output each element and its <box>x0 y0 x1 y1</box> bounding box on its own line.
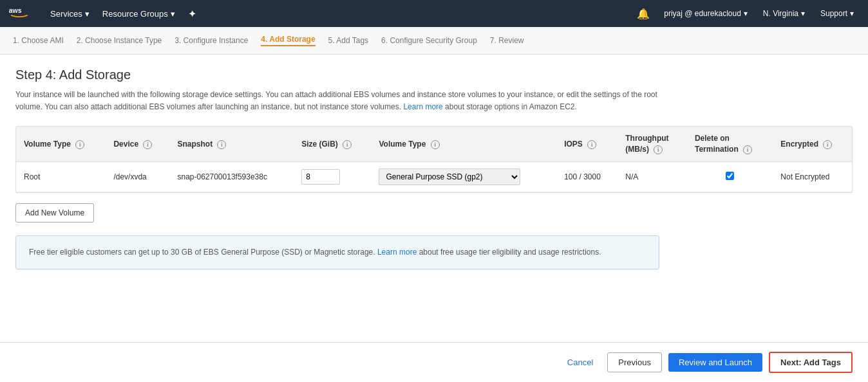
col-header-snapshot: Snapshot i <box>169 127 294 161</box>
step-3-configure-instance[interactable]: 3. Configure Instance <box>175 36 248 45</box>
col-header-volume-type: Volume Type i <box>16 127 106 161</box>
region-chevron-icon: ▾ <box>801 9 805 18</box>
size-info-icon[interactable]: i <box>343 140 352 149</box>
info-box-text-after: about free usage tier eligibility and us… <box>417 248 601 257</box>
svg-text:aws: aws <box>9 7 22 14</box>
services-chevron-icon: ▾ <box>85 9 90 19</box>
step-5-add-tags[interactable]: 5. Add Tags <box>328 36 369 45</box>
cell-device: /dev/xvda <box>106 161 169 192</box>
learn-more-storage-link[interactable]: Learn more <box>403 102 442 111</box>
device-info-icon[interactable]: i <box>143 140 152 149</box>
snapshot-info-icon[interactable]: i <box>217 140 226 149</box>
iops-info-icon[interactable]: i <box>587 140 596 149</box>
info-box: Free tier eligible customers can get up … <box>15 235 659 269</box>
add-new-volume-button[interactable]: Add New Volume <box>15 203 94 223</box>
user-chevron-icon: ▾ <box>744 9 748 18</box>
services-menu[interactable]: Services ▾ <box>44 9 96 19</box>
cell-vol-type-select[interactable]: General Purpose SSD (gp2) Provisioned IO… <box>371 161 556 192</box>
col-header-size: Size (GiB) i <box>294 127 371 161</box>
delete-on-termination-checkbox[interactable] <box>726 172 734 180</box>
notification-bell-icon[interactable]: 🔔 <box>637 8 650 20</box>
top-navbar: aws Services ▾ Resource Groups ▾ ✦ 🔔 pri… <box>0 0 868 27</box>
services-label: Services <box>50 9 82 19</box>
user-menu[interactable]: priyaj @ edurekacloud ▾ <box>657 9 754 18</box>
col-header-throughput: Throughput(MB/s) i <box>618 127 687 161</box>
info-box-text-before: Free tier eligible customers can get up … <box>29 248 377 257</box>
col-header-vol-type: Volume Type i <box>371 127 556 161</box>
page-title: Step 4: Add Storage <box>15 68 853 82</box>
step-4-add-storage[interactable]: 4. Add Storage <box>261 35 315 46</box>
table-row: Root /dev/xvda snap-062700013f593e38c Ge… <box>16 161 852 192</box>
resource-groups-label: Resource Groups <box>102 9 168 19</box>
col-header-iops: IOPS i <box>556 127 618 161</box>
pin-icon[interactable]: ✦ <box>182 8 203 20</box>
cell-encrypted: Not Encrypted <box>773 161 852 192</box>
step-2-instance-type[interactable]: 2. Choose Instance Type <box>77 36 162 45</box>
resource-groups-chevron-icon: ▾ <box>171 9 175 19</box>
encrypted-info-icon[interactable]: i <box>823 140 832 149</box>
support-menu[interactable]: Support ▾ <box>814 9 860 18</box>
size-input[interactable] <box>301 169 340 185</box>
region-menu[interactable]: N. Virginia ▾ <box>757 9 811 18</box>
throughput-info-icon[interactable]: i <box>654 145 663 154</box>
volume-type-select[interactable]: General Purpose SSD (gp2) Provisioned IO… <box>379 168 520 185</box>
navbar-right: 🔔 priyaj @ edurekacloud ▾ N. Virginia ▾ … <box>637 8 860 20</box>
cell-throughput: N/A <box>618 161 687 192</box>
cell-iops: 100 / 3000 <box>556 161 618 192</box>
storage-table: Volume Type i Device i Snapshot i Size (… <box>16 127 852 192</box>
page-desc-suffix: about storage options in Amazon EC2. <box>443 102 577 111</box>
step-1-choose-ami[interactable]: 1. Choose AMI <box>13 36 64 45</box>
page-description: Your instance will be launched with the … <box>15 89 659 113</box>
step-nav: 1. Choose AMI 2. Choose Instance Type 3.… <box>0 27 868 55</box>
aws-logo[interactable]: aws <box>8 6 31 21</box>
cell-snapshot: snap-062700013f593e38c <box>169 161 294 192</box>
cell-delete-on-termination[interactable] <box>687 161 773 192</box>
main-content: Step 4: Add Storage Your instance will b… <box>0 55 868 302</box>
learn-more-free-tier-link[interactable]: Learn more <box>377 248 417 257</box>
vol-type-info-icon[interactable]: i <box>431 140 440 149</box>
step-6-security-group[interactable]: 6. Configure Security Group <box>381 36 477 45</box>
resource-groups-menu[interactable]: Resource Groups ▾ <box>96 9 182 19</box>
storage-table-wrapper: Volume Type i Device i Snapshot i Size (… <box>15 126 853 193</box>
cell-size[interactable] <box>294 161 371 192</box>
col-header-device: Device i <box>106 127 169 161</box>
support-chevron-icon: ▾ <box>850 9 854 18</box>
support-label: Support <box>820 9 847 18</box>
delete-on-termination-info-icon[interactable]: i <box>743 145 752 154</box>
region-label: N. Virginia <box>763 9 798 18</box>
step-7-review[interactable]: 7. Review <box>490 36 524 45</box>
cell-volume-type: Root <box>16 161 106 192</box>
col-header-encrypted: Encrypted i <box>773 127 852 161</box>
user-label: priyaj @ edurekacloud <box>664 9 741 18</box>
volume-type-info-icon[interactable]: i <box>75 140 84 149</box>
col-header-delete-on-termination: Delete onTermination i <box>687 127 773 161</box>
